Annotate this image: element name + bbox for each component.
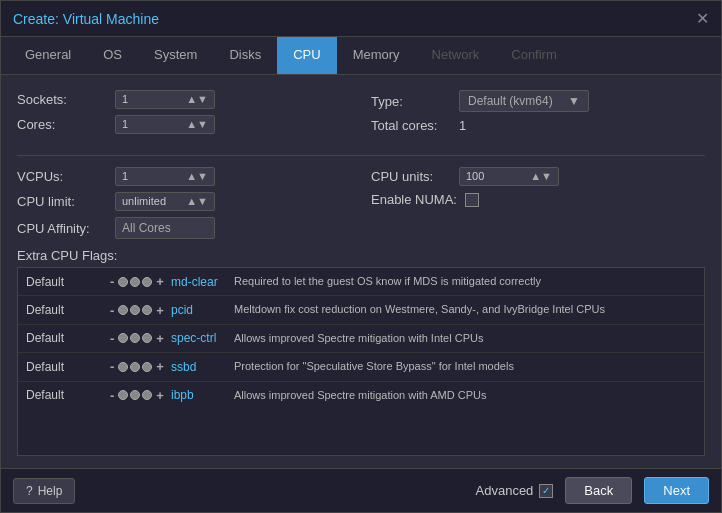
divider-1: [17, 155, 705, 156]
flag-description: Allows improved Spectre mitigation with …: [234, 331, 696, 346]
flag-minus[interactable]: -: [110, 303, 114, 318]
cpu-limit-spinner[interactable]: ▲▼: [186, 196, 208, 207]
flag-description: Meltdown fix cost reduction on Westmere,…: [234, 302, 696, 317]
cpu-limit-input[interactable]: unlimited ▲▼: [115, 192, 215, 211]
flag-plus[interactable]: +: [156, 359, 164, 374]
tab-bar: General OS System Disks CPU Memory Netwo…: [1, 37, 721, 75]
footer: ? Help Advanced ✓ Back Next: [1, 468, 721, 512]
flag-default-label: Default: [26, 331, 106, 345]
window-title: Create: Virtual Machine: [13, 11, 159, 27]
flag-plus[interactable]: +: [156, 331, 164, 346]
help-icon: ?: [26, 484, 33, 498]
circle-1: [118, 362, 128, 372]
flag-plus[interactable]: +: [156, 274, 164, 289]
type-value: Default (kvm64): [468, 94, 553, 108]
footer-right: Advanced ✓ Back Next: [476, 477, 709, 504]
flags-table: Default - + md-clear Required to let the…: [17, 267, 705, 456]
circle-3: [142, 333, 152, 343]
circle-1: [118, 333, 128, 343]
sockets-spinner[interactable]: ▲▼: [186, 94, 208, 105]
flag-toggle[interactable]: - + spec-ctrl: [110, 331, 230, 346]
enable-numa-checkbox[interactable]: [465, 193, 479, 207]
help-label: Help: [38, 484, 63, 498]
flag-description: Required to let the guest OS know if MDS…: [234, 274, 696, 289]
circle-2: [130, 390, 140, 400]
enable-numa-label: Enable NUMA:: [371, 192, 457, 207]
advanced-checkbox[interactable]: ✓: [539, 484, 553, 498]
toggle-circles: [118, 333, 152, 343]
flag-name: md-clear: [171, 275, 218, 289]
back-button[interactable]: Back: [565, 477, 632, 504]
flag-row: Default - + pcid Meltdown fix cost reduc…: [18, 296, 704, 324]
flag-row: Default - + spec-ctrl Allows improved Sp…: [18, 325, 704, 353]
enable-numa-checkbox-row: [465, 193, 479, 207]
flag-toggle[interactable]: - + ssbd: [110, 359, 230, 374]
cpu-units-spinner[interactable]: ▲▼: [530, 171, 552, 182]
flag-toggle[interactable]: - + pcid: [110, 303, 230, 318]
vcpus-label: VCPUs:: [17, 169, 107, 184]
tab-network: Network: [416, 37, 496, 74]
sockets-label: Sockets:: [17, 92, 107, 107]
flag-name: pcid: [171, 303, 193, 317]
tab-cpu[interactable]: CPU: [277, 37, 336, 74]
main-window: Create: Virtual Machine ✕ General OS Sys…: [0, 0, 722, 513]
flag-plus[interactable]: +: [156, 303, 164, 318]
cores-input[interactable]: 1 ▲▼: [115, 115, 215, 134]
tab-general[interactable]: General: [9, 37, 87, 74]
circle-1: [118, 305, 128, 315]
tab-memory[interactable]: Memory: [337, 37, 416, 74]
cores-label: Cores:: [17, 117, 107, 132]
flag-description: Allows improved Spectre mitigation with …: [234, 388, 696, 403]
flag-plus[interactable]: +: [156, 388, 164, 403]
flag-minus[interactable]: -: [110, 359, 114, 374]
cpu-affinity-input[interactable]: All Cores: [115, 217, 215, 239]
total-cores-label: Total cores:: [371, 118, 451, 133]
tab-os[interactable]: OS: [87, 37, 138, 74]
tab-confirm: Confirm: [495, 37, 573, 74]
vcpus-input[interactable]: 1 ▲▼: [115, 167, 215, 186]
cpu-affinity-value: All Cores: [122, 221, 171, 235]
flag-toggle[interactable]: - + ibpb: [110, 388, 230, 403]
flag-default-label: Default: [26, 303, 106, 317]
toggle-circles: [118, 305, 152, 315]
next-button[interactable]: Next: [644, 477, 709, 504]
close-button[interactable]: ✕: [696, 9, 709, 28]
toggle-circles: [118, 362, 152, 372]
toggle-circles: [118, 277, 152, 287]
type-label: Type:: [371, 94, 451, 109]
flag-minus[interactable]: -: [110, 388, 114, 403]
flag-minus[interactable]: -: [110, 331, 114, 346]
title-bar: Create: Virtual Machine ✕: [1, 1, 721, 37]
help-button[interactable]: ? Help: [13, 478, 75, 504]
flag-minus[interactable]: -: [110, 274, 114, 289]
extra-flags-label: Extra CPU Flags:: [17, 248, 705, 263]
vcpus-spinner[interactable]: ▲▼: [186, 171, 208, 182]
cores-value: 1: [122, 119, 186, 130]
flag-default-label: Default: [26, 275, 106, 289]
flag-default-label: Default: [26, 360, 106, 374]
flag-name: ssbd: [171, 360, 196, 374]
flag-default-label: Default: [26, 388, 106, 402]
sockets-value: 1: [122, 94, 186, 105]
circle-3: [142, 277, 152, 287]
cpu-limit-value: unlimited: [122, 196, 186, 207]
flag-name: spec-ctrl: [171, 331, 216, 345]
cores-spinner[interactable]: ▲▼: [186, 119, 208, 130]
circle-1: [118, 390, 128, 400]
cpu-affinity-label: CPU Affinity:: [17, 221, 107, 236]
circle-2: [130, 362, 140, 372]
cpu-units-input[interactable]: 100 ▲▼: [459, 167, 559, 186]
cpu-units-value: 100: [466, 171, 530, 182]
tab-system[interactable]: System: [138, 37, 213, 74]
circle-3: [142, 305, 152, 315]
circle-1: [118, 277, 128, 287]
flag-toggle[interactable]: - + md-clear: [110, 274, 230, 289]
type-select[interactable]: Default (kvm64) ▼: [459, 90, 589, 112]
tab-disks[interactable]: Disks: [213, 37, 277, 74]
circle-3: [142, 390, 152, 400]
advanced-label: Advanced: [476, 483, 534, 498]
circle-3: [142, 362, 152, 372]
flag-row: Default - + ssbd Protection for "Specula…: [18, 353, 704, 381]
sockets-input[interactable]: 1 ▲▼: [115, 90, 215, 109]
toggle-circles: [118, 390, 152, 400]
